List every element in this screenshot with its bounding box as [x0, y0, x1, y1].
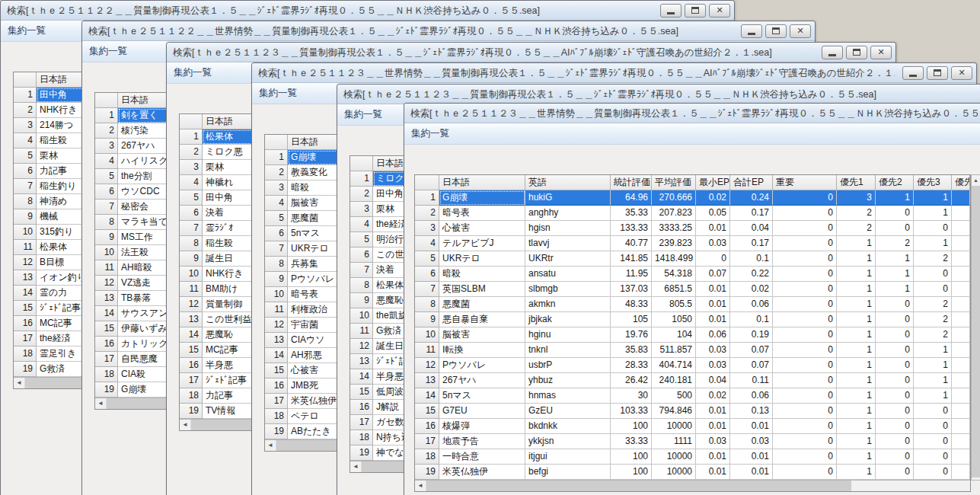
table-cell[interactable]: 0.06 — [730, 297, 773, 312]
table-cell[interactable] — [952, 419, 970, 434]
row-number-cell[interactable]: 11 — [180, 282, 203, 297]
row-number-cell[interactable]: 5 — [265, 211, 288, 226]
column-header[interactable]: 重要 — [773, 175, 837, 190]
table-cell[interactable]: 1 — [876, 190, 914, 206]
column-header[interactable]: 最小EP — [696, 175, 730, 190]
table-cell[interactable]: 0 — [773, 327, 837, 343]
row-number-cell[interactable]: 5 — [180, 190, 203, 206]
table-cell[interactable]: 0 — [773, 297, 837, 312]
row-number-cell[interactable]: 5 — [95, 169, 118, 184]
row-number-cell[interactable]: 2 — [14, 103, 37, 118]
table-cell[interactable]: 0 — [773, 404, 837, 419]
table-cell[interactable]: 0 — [914, 267, 952, 282]
table-cell[interactable]: 141.85 — [611, 251, 652, 267]
row-number-cell[interactable]: 11 — [14, 240, 37, 255]
row-number-cell[interactable]: 8 — [14, 194, 37, 209]
table-cell[interactable]: 0.01 — [730, 465, 773, 480]
row-number-cell[interactable]: 7 — [180, 221, 203, 236]
table-cell[interactable]: 0.02 — [696, 190, 730, 206]
table-cell[interactable]: G7EU — [439, 404, 525, 419]
row-number-cell[interactable]: 2 — [180, 145, 203, 160]
row-number-cell[interactable]: 17 — [180, 373, 203, 388]
table-cell[interactable]: 0.07 — [696, 267, 730, 282]
row-number-cell[interactable]: 15 — [14, 301, 37, 316]
table-cell[interactable]: 1 — [914, 358, 952, 373]
table-cell[interactable]: 11.95 — [611, 267, 652, 282]
table-cell[interactable]: 0 — [876, 343, 914, 358]
table-cell[interactable]: 0.24 — [730, 190, 773, 206]
table-cell[interactable]: 1111 — [652, 434, 696, 449]
table-cell[interactable]: yhbuz — [525, 373, 611, 388]
row-number-cell[interactable]: 16 — [95, 337, 118, 352]
row-number-cell[interactable]: 11 — [415, 343, 439, 358]
vertical-scrollbar[interactable]: ▲ — [971, 174, 980, 481]
table-cell[interactable]: 26.42 — [611, 373, 652, 388]
row-number-cell[interactable]: 6 — [350, 248, 373, 263]
table-cell[interactable]: 悪魔菌 — [439, 297, 525, 312]
row-number-cell[interactable]: 13 — [265, 333, 288, 348]
scroll-left-button[interactable]: ◄ — [415, 481, 426, 491]
table-cell[interactable]: 100 — [611, 419, 652, 434]
table-cell[interactable]: 0 — [773, 373, 837, 388]
row-number-cell[interactable]: 7 — [265, 241, 288, 257]
scroll-thumb[interactable] — [972, 186, 980, 477]
table-cell[interactable]: 0 — [876, 434, 914, 449]
table-cell[interactable]: 0.01 — [696, 282, 730, 297]
table-cell[interactable]: 0.01 — [730, 419, 773, 434]
table-cell[interactable]: 30 — [611, 388, 652, 404]
row-number-cell[interactable]: 8 — [265, 257, 288, 272]
table-cell[interactable]: 0 — [773, 190, 837, 206]
column-header[interactable]: 優先2 — [876, 175, 914, 190]
scroll-thumb[interactable] — [107, 398, 172, 409]
table-cell[interactable]: GzEU — [525, 404, 611, 419]
table-cell[interactable] — [952, 297, 970, 312]
table-cell[interactable]: 0.02 — [696, 388, 730, 404]
table-cell[interactable]: akmkn — [525, 297, 611, 312]
row-number-cell[interactable]: 1 — [415, 190, 439, 206]
table-cell[interactable]: 1 — [837, 434, 876, 449]
table-cell[interactable]: hgisn — [525, 221, 611, 236]
scroll-thumb[interactable] — [276, 440, 342, 451]
titlebar[interactable]: 検索[ｔｈｅ２５１１２２＿＿世界情勢＿＿質量制御再現公表１．５＿＿ｼﾞｪﾄﾞ霊界… — [82, 21, 815, 41]
table-cell[interactable]: 0.01 — [696, 404, 730, 419]
table-cell[interactable]: 脳被害 — [439, 327, 525, 343]
table-cell[interactable]: 0.01 — [696, 312, 730, 327]
row-number-cell[interactable]: 12 — [265, 318, 288, 333]
row-number-cell[interactable]: 1 — [14, 88, 37, 103]
table-cell[interactable]: 105 — [611, 312, 652, 327]
table-cell[interactable] — [952, 312, 970, 327]
row-number-cell[interactable]: 1 — [350, 171, 373, 187]
row-number-cell[interactable]: 16 — [265, 378, 288, 394]
table-cell[interactable]: 核爆弾 — [439, 419, 525, 434]
table-cell[interactable]: 1 — [914, 343, 952, 358]
row-number-cell[interactable]: 3 — [415, 221, 439, 236]
table-cell[interactable]: 0.05 — [696, 206, 730, 221]
titlebar[interactable]: 検索[ｔｈｅ２５１１２２＿＿質量制御再現公表１．５＿＿ｼﾞｪﾄﾞ霊界ﾗｼﾞｵ再現… — [1, 1, 734, 21]
table-cell[interactable]: 0.06 — [696, 327, 730, 343]
scroll-left-button[interactable]: ◄ — [95, 398, 107, 409]
table-cell[interactable]: 1050 — [652, 312, 696, 327]
table-cell[interactable]: 0 — [773, 236, 837, 251]
row-number-cell[interactable]: 17 — [14, 331, 37, 346]
row-number-cell[interactable]: 10 — [415, 327, 439, 343]
row-number-cell[interactable]: 12 — [350, 339, 373, 354]
table-cell[interactable]: 2 — [914, 297, 952, 312]
table-cell[interactable]: 1 — [837, 404, 876, 419]
row-number-cell[interactable]: 15 — [265, 363, 288, 378]
table-cell[interactable]: 1 — [837, 236, 876, 251]
row-number-cell[interactable]: 10 — [265, 287, 288, 302]
table-cell[interactable]: 0.17 — [730, 236, 773, 251]
row-number-cell[interactable]: 1 — [265, 150, 288, 165]
table-cell[interactable]: 0.01 — [696, 449, 730, 465]
table-cell[interactable]: 267ヤハ — [439, 373, 525, 388]
row-number-cell[interactable]: 18 — [350, 430, 373, 446]
table-cell[interactable]: tnknl — [525, 343, 611, 358]
row-number-cell[interactable]: 12 — [180, 297, 203, 312]
table-cell[interactable]: 0.03 — [696, 343, 730, 358]
table-cell[interactable]: 2 — [914, 251, 952, 267]
table-cell[interactable]: 1 — [914, 373, 952, 388]
table-cell[interactable]: Pウソバレ — [439, 358, 525, 373]
maximize-button[interactable] — [846, 46, 867, 59]
table-cell[interactable]: 1 — [876, 282, 914, 297]
row-number-cell[interactable]: 13 — [14, 270, 37, 286]
